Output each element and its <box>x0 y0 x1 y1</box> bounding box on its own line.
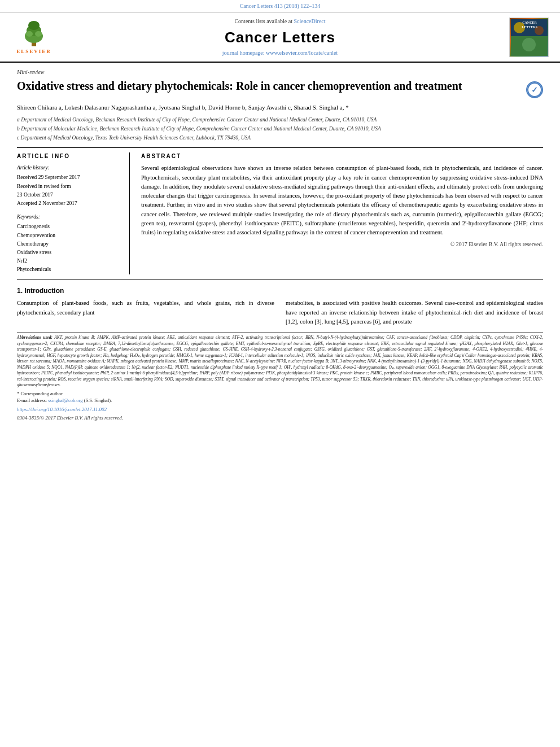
introduction-title: 1. Introduction <box>17 286 543 296</box>
journal-header: ELSEVIER Contents lists available at Sci… <box>0 13 560 63</box>
keyword-0: Carcinogenesis <box>17 222 121 231</box>
copyright: © 2017 Elsevier B.V. All rights reserved… <box>141 241 543 248</box>
article-history-section: Article history: Received 29 September 2… <box>17 164 121 208</box>
article-title-text: Oxidative stress and dietary phytochemic… <box>17 78 526 93</box>
svg-point-3 <box>28 21 40 30</box>
journal-thumbnail-area: CANCER LETTERS <box>498 18 549 57</box>
keyword-5: Phytochemicals <box>17 265 121 274</box>
journal-title: Cancer Letters <box>68 27 492 47</box>
affiliations: a Department of Medical Oncology, Beckma… <box>17 116 543 142</box>
divider-mid <box>17 279 543 279</box>
article-info-header: ARTICLE INFO <box>17 152 121 160</box>
issn-line: 0304-3835/© 2017 Elsevier B.V. All right… <box>17 414 543 422</box>
article-history: Article history: Received 29 September 2… <box>17 164 121 208</box>
keywords-label: Keywords: <box>17 213 121 221</box>
main-content: Mini-review Oxidative stress and dietary… <box>0 63 560 427</box>
keyword-3: Oxidative stress <box>17 248 121 257</box>
intro-col-left: Consumption of plant-based foods, such a… <box>17 299 274 326</box>
keywords-section: Keywords: Carcinogenesis Chemoprevention… <box>17 213 121 274</box>
journal-header-center: Contents lists available at ScienceDirec… <box>68 18 492 56</box>
intro-col-right: metabolites, is associated with positive… <box>286 299 543 326</box>
journal-cover-thumbnail: CANCER LETTERS <box>509 18 549 57</box>
email-label: E-mail address: <box>17 397 47 403</box>
journal-citation: Cancer Letters 413 (2018) 122–134 <box>240 3 321 9</box>
keyword-1: Chemoprevention <box>17 231 121 240</box>
svg-point-5 <box>35 31 42 37</box>
introduction-section: 1. Introduction Consumption of plant-bas… <box>17 286 543 327</box>
revised-date: 23 October 2017 <box>17 192 53 198</box>
keyword-2: Chemotherapy <box>17 240 121 248</box>
doi-link[interactable]: https://doi.org/10.1016/j.canlet.2017.11… <box>17 407 107 412</box>
divider-top <box>17 147 543 148</box>
introduction-body: Consumption of plant-based foods, such a… <box>17 299 543 326</box>
abbreviations: Abbreviations used: AKT, protein kinase … <box>17 335 543 388</box>
article-info-abstract: ARTICLE INFO Article history: Received 2… <box>17 152 543 274</box>
svg-point-4 <box>26 31 33 37</box>
top-bar: Cancer Letters 413 (2018) 122–134 <box>0 0 560 13</box>
elsevier-logo-area: ELSEVIER <box>11 19 62 55</box>
elsevier-tree-icon <box>17 19 51 47</box>
sciencedirect-link[interactable]: ScienceDirect <box>294 18 325 24</box>
received-date: Received 29 September 2017 <box>17 174 80 180</box>
accepted-date: Accepted 2 November 2017 <box>17 200 77 206</box>
affiliation-b: b Department of Molecular Medicine, Beck… <box>17 125 543 133</box>
crossmark-badge: ✓ <box>526 81 543 98</box>
history-label: Article history: <box>17 164 121 172</box>
page: Cancer Letters 413 (2018) 122–134 ELSE <box>0 0 560 427</box>
revised-label: Received in revised form <box>17 184 71 189</box>
footnote-area: Abbreviations used: AKT, protein kinase … <box>17 332 543 421</box>
keyword-4: Nrf2 <box>17 257 121 265</box>
contents-available: Contents lists available at ScienceDirec… <box>68 18 492 25</box>
svg-point-11 <box>522 38 536 51</box>
svg-text:✓: ✓ <box>531 86 538 94</box>
journal-homepage-link[interactable]: www.elsevier.com/locate/canlet <box>266 50 338 56</box>
abstract-header: ABSTRACT <box>141 152 543 160</box>
authors: Shireen Chikara a, Lokesh Dalasanur Naga… <box>17 103 543 112</box>
elsevier-wordmark: ELSEVIER <box>16 48 51 55</box>
abstract-text: Several epidemiological observations hav… <box>141 164 543 237</box>
abstract-paragraph: Several epidemiological observations hav… <box>141 164 543 237</box>
journal-homepage: journal homepage: www.elsevier.com/locat… <box>68 49 492 57</box>
doi-line: https://doi.org/10.1016/j.canlet.2017.11… <box>17 406 543 413</box>
svg-text:CANCER: CANCER <box>522 21 537 24</box>
affiliation-c: c Department of Medical Oncology, Texas … <box>17 134 543 142</box>
article-title-row: Oxidative stress and dietary phytochemic… <box>17 78 543 98</box>
abbreviations-text: AKT, protein kinase B; AMPK, AMP-activat… <box>17 335 543 387</box>
affiliation-a: a Department of Medical Oncology, Beckma… <box>17 116 543 124</box>
email-link[interactable]: ssinghal@coh.org <box>48 397 82 403</box>
abbreviations-label: Abbreviations used: <box>17 335 53 340</box>
abstract-col: ABSTRACT Several epidemiological observa… <box>141 152 543 274</box>
article-info-col: ARTICLE INFO Article history: Received 2… <box>17 152 130 274</box>
article-type-label: Mini-review <box>17 68 543 76</box>
svg-text:LETTERS: LETTERS <box>522 25 537 29</box>
corresponding-note: * Corresponding author. E-mail address: … <box>17 391 543 404</box>
